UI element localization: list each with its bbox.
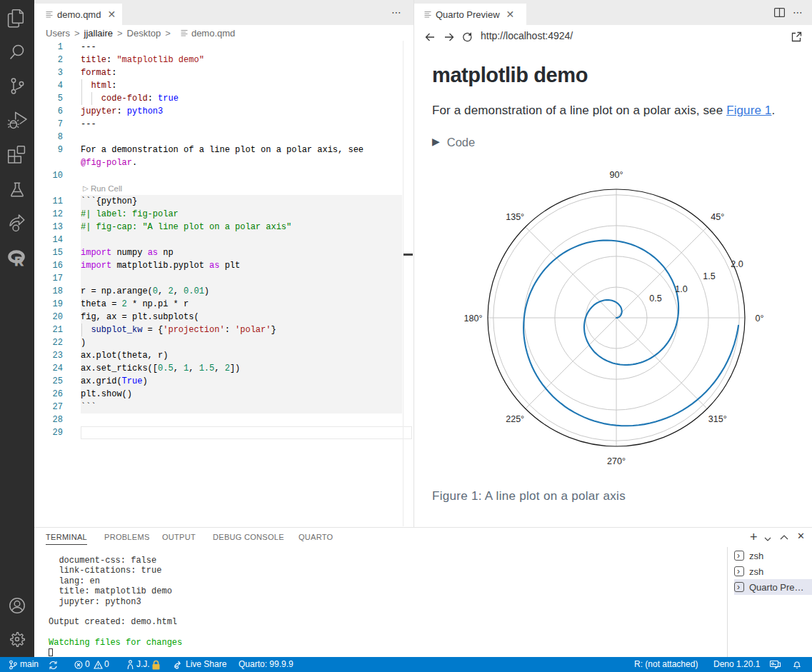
svg-text:2.0: 2.0	[731, 259, 743, 269]
svg-text:90°: 90°	[610, 170, 623, 180]
svg-text:315°: 315°	[708, 414, 727, 424]
svg-text:0.5: 0.5	[649, 294, 661, 304]
svg-text:R: R	[15, 255, 24, 268]
svg-text:180°: 180°	[464, 314, 483, 324]
svg-text:135°: 135°	[506, 212, 524, 222]
svg-text:1.5: 1.5	[703, 271, 715, 281]
svg-text:0°: 0°	[756, 314, 764, 324]
svg-text:45°: 45°	[711, 212, 724, 222]
svg-text:1.0: 1.0	[675, 284, 687, 294]
svg-text:225°: 225°	[506, 414, 524, 424]
svg-text:270°: 270°	[607, 456, 626, 466]
